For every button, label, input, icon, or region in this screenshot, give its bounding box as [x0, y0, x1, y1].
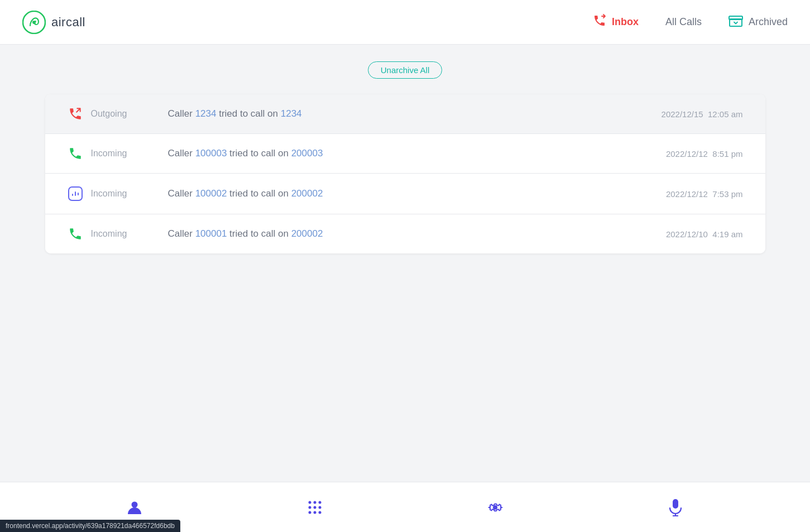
- archived-nav-icon: [728, 14, 743, 30]
- svg-point-16: [314, 511, 317, 514]
- header: aircall Inbox All Calls: [0, 0, 810, 45]
- nav-inbox[interactable]: Inbox: [593, 14, 639, 30]
- call-description: Caller 100001 tried to call on 200002: [168, 228, 620, 239]
- svg-point-17: [319, 511, 322, 514]
- aircall-logo-icon: [22, 11, 46, 34]
- call-direction-label: Incoming: [91, 148, 127, 159]
- svg-rect-3: [729, 16, 742, 20]
- logo-text: aircall: [51, 15, 85, 30]
- call-icon-area: Incoming: [68, 146, 168, 161]
- nav-all-calls[interactable]: All Calls: [665, 16, 702, 28]
- unarchive-all-button[interactable]: Unarchive All: [368, 61, 443, 79]
- settings-icon[interactable]: [481, 493, 509, 521]
- table-row[interactable]: Incoming Caller 100003 tried to call on …: [45, 134, 765, 174]
- person-icon[interactable]: [121, 493, 148, 521]
- call-description: Caller 1234 tried to call on 1234: [168, 108, 620, 119]
- svg-point-11: [319, 501, 322, 504]
- main-content: Unarchive All Outgoing Caller 1234 tried…: [0, 45, 810, 482]
- svg-point-10: [314, 501, 317, 504]
- grid-icon[interactable]: [301, 493, 329, 521]
- incoming-phone-icon: [68, 146, 83, 161]
- table-row[interactable]: Outgoing Caller 1234 tried to call on 12…: [45, 94, 765, 134]
- nav-archived[interactable]: Archived: [728, 14, 788, 30]
- call-direction-label: Incoming: [91, 229, 127, 239]
- calls-list: Outgoing Caller 1234 tried to call on 12…: [45, 94, 765, 253]
- call-direction-label: Outgoing: [91, 109, 127, 119]
- url-bar: frontend.vercel.app/activity/639a178921d…: [0, 520, 180, 532]
- all-calls-label: All Calls: [665, 16, 702, 28]
- inbox-nav-icon: [593, 14, 606, 30]
- svg-rect-7: [78, 193, 79, 195]
- svg-point-14: [319, 506, 322, 509]
- call-timestamp: 2022/12/12 7:53 pm: [620, 189, 743, 199]
- svg-point-8: [132, 501, 138, 507]
- logo-area: aircall: [22, 11, 593, 34]
- svg-point-13: [314, 506, 317, 509]
- call-icon-area: Outgoing: [68, 107, 168, 121]
- archived-label: Archived: [749, 16, 788, 28]
- call-timestamp: 2022/12/10 4:19 am: [620, 229, 743, 239]
- svg-rect-6: [75, 191, 76, 196]
- call-description: Caller 100003 tried to call on 200003: [168, 148, 620, 159]
- incoming-phone-icon: [68, 227, 83, 241]
- call-description: Caller 100002 tried to call on 200002: [168, 188, 620, 199]
- outgoing-phone-icon: [68, 107, 83, 121]
- svg-point-15: [309, 511, 311, 514]
- svg-point-9: [309, 501, 311, 504]
- main-nav: Inbox All Calls Archived: [593, 14, 788, 30]
- svg-rect-5: [72, 194, 73, 196]
- call-timestamp: 2022/12/12 8:51 pm: [620, 149, 743, 159]
- svg-point-1: [32, 21, 36, 24]
- call-direction-label: Incoming: [91, 189, 127, 199]
- call-icon-area: Incoming: [68, 186, 168, 202]
- svg-point-12: [309, 506, 311, 509]
- inbox-label: Inbox: [612, 16, 639, 28]
- svg-rect-18: [673, 499, 678, 509]
- mic-icon[interactable]: [662, 493, 689, 521]
- table-row[interactable]: Incoming Caller 100001 tried to call on …: [45, 214, 765, 253]
- call-icon-area: Incoming: [68, 227, 168, 241]
- voicemail-icon: [68, 186, 83, 202]
- table-row[interactable]: Incoming Caller 100002 tried to call on …: [45, 174, 765, 214]
- call-timestamp: 2022/12/15 12:05 am: [620, 109, 743, 119]
